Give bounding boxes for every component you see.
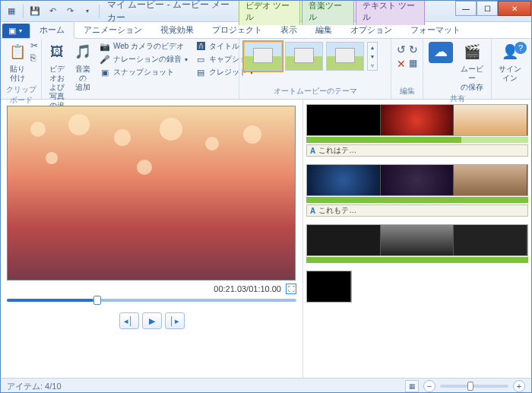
window-title: マイ ムービー - ムービー メーカー <box>107 0 239 24</box>
credits-icon: ▤ <box>195 67 206 78</box>
paste-button[interactable]: 📋 貼り 付け <box>4 40 30 84</box>
save-icon[interactable]: 💾 <box>27 4 43 19</box>
preview-video[interactable] <box>7 106 296 280</box>
theme-thumb-2[interactable] <box>285 42 323 71</box>
add-music-button[interactable]: 🎵 音楽の 追加 <box>71 40 95 93</box>
prev-frame-button[interactable]: ◂│ <box>119 312 139 329</box>
group-edit-label: 編集 <box>394 86 420 97</box>
group-share-label: 共有 <box>426 93 488 105</box>
theme-gallery: ▴ ▾ ▿ <box>242 40 379 72</box>
minimize-button[interactable]: — <box>455 1 477 16</box>
gallery-more-icon[interactable]: ▿ <box>368 61 377 70</box>
contextual-tabs: ビデオ ツール 音楽ツール テキスト ツール <box>239 0 425 25</box>
theme-thumb-1[interactable] <box>244 42 282 71</box>
tab-animation[interactable]: アニメーション <box>74 22 151 38</box>
help-icon[interactable]: ? <box>515 42 527 54</box>
clip-row-3[interactable] <box>306 224 528 263</box>
delete-icon[interactable]: ✕ <box>397 58 406 70</box>
ribbon: 📋 貼り 付け ✂ ⎘ クリップボード 🖼 ビデオおよび 写真の追加 🎵 音楽の… <box>1 39 531 100</box>
save-movie-icon: 🎬 <box>461 42 483 63</box>
onedrive-button[interactable]: ☁ <box>426 40 455 66</box>
timeline-pane[interactable]: Aこれはテ… Aこれもテ… <box>303 100 531 378</box>
seek-thumb[interactable] <box>93 296 101 305</box>
gallery-up-icon[interactable]: ▴ <box>368 43 377 52</box>
save-movie-button[interactable]: 🎬 ムービー の保存 <box>457 40 488 93</box>
maximize-button[interactable]: ☐ <box>477 1 498 16</box>
webcam-button[interactable]: 📷Web カメラのビデオ <box>97 40 191 52</box>
zoom-thumb[interactable] <box>467 382 473 391</box>
clip-row-1[interactable]: Aこれはテ… <box>306 104 528 157</box>
cut-icon[interactable]: ✂ <box>30 40 38 51</box>
time-display: 00:21.03/01:10.00 <box>214 284 281 293</box>
qat-dropdown-icon[interactable]: ▾ <box>80 4 95 19</box>
group-themes-label: オートムービーのテーマ <box>242 86 388 97</box>
cloud-icon: ☁ <box>429 42 453 63</box>
rotate-left-icon[interactable]: ↺ <box>397 43 406 55</box>
view-thumbnails-icon[interactable]: ▦ <box>405 380 419 392</box>
media-icon: 🖼 <box>46 42 68 63</box>
music-icon: 🎵 <box>72 42 93 63</box>
undo-icon[interactable]: ↶ <box>45 4 60 19</box>
seek-bar[interactable] <box>7 299 296 302</box>
rotate-right-icon[interactable]: ↻ <box>409 43 418 55</box>
tab-visual[interactable]: 視覚効果 <box>151 22 203 38</box>
play-button[interactable]: ▶ <box>142 312 162 329</box>
preview-pane: 00:21.03/01:10.00 ⛶ ◂│ ▶ │▸ <box>1 100 303 378</box>
gallery-scroll: ▴ ▾ ▿ <box>367 42 378 71</box>
text-overlay-2[interactable]: Aこれもテ… <box>306 204 528 217</box>
zoom-out-button[interactable]: − <box>423 380 435 392</box>
file-tab[interactable]: ▣▾ <box>2 24 30 38</box>
next-frame-button[interactable]: │▸ <box>165 312 185 329</box>
webcam-icon: 📷 <box>100 41 110 52</box>
context-tab-video[interactable]: ビデオ ツール <box>239 0 300 25</box>
quick-access-toolbar: ▦ 💾 ↶ ↷ ▾ <box>1 4 101 19</box>
snapshot-icon: ▣ <box>100 67 110 78</box>
gallery-down-icon[interactable]: ▾ <box>368 52 377 61</box>
title-icon: 🅰 <box>195 41 206 52</box>
play-controls: ◂│ ▶ │▸ <box>7 312 296 329</box>
zoom-in-button[interactable]: + <box>513 380 525 392</box>
group-clipboard-label: クリップボード <box>4 84 38 106</box>
context-tab-audio[interactable]: 音楽ツール <box>302 0 353 25</box>
statusbar: アイテム: 4/10 ▦ − + <box>1 378 531 393</box>
text-overlay-1[interactable]: Aこれはテ… <box>306 144 528 157</box>
narration-button[interactable]: 🎤ナレーションの録音▾ <box>97 53 191 65</box>
copy-icon[interactable]: ⎘ <box>30 52 38 63</box>
snapshot-button[interactable]: ▣スナップショット <box>97 66 191 78</box>
clip-row-2[interactable]: Aこれもテ… <box>306 164 528 217</box>
mic-icon: 🎤 <box>100 54 110 65</box>
theme-thumb-3[interactable] <box>326 42 364 71</box>
select-all-icon[interactable]: ▦ <box>409 58 417 70</box>
redo-icon[interactable]: ↷ <box>62 4 78 19</box>
close-button[interactable]: ✕ <box>498 1 531 16</box>
tab-home[interactable]: ホーム <box>30 21 74 39</box>
workspace: 00:21.03/01:10.00 ⛶ ◂│ ▶ │▸ Aこれはテ… <box>1 100 531 378</box>
context-tab-text[interactable]: テキスト ツール <box>356 0 425 25</box>
paste-icon: 📋 <box>7 42 28 63</box>
clip-row-4[interactable] <box>306 271 528 303</box>
titlebar: ▦ 💾 ↶ ↷ ▾ マイ ムービー - ムービー メーカー ビデオ ツール 音楽… <box>1 1 531 22</box>
app-icon[interactable]: ▦ <box>4 4 19 19</box>
fullscreen-icon[interactable]: ⛶ <box>286 284 296 294</box>
zoom-slider[interactable] <box>440 385 508 388</box>
status-items: アイテム: 4/10 <box>7 381 62 392</box>
caption-icon: ▭ <box>195 54 206 65</box>
